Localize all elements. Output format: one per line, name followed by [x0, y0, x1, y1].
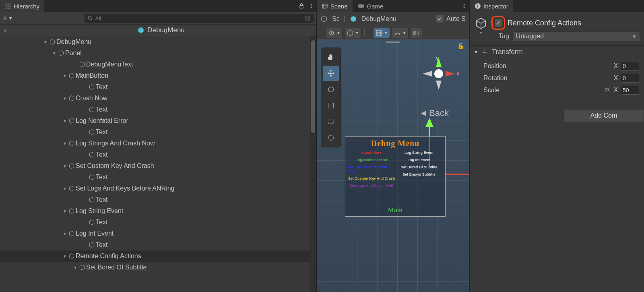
svg-point-19: [434, 69, 443, 78]
tree-row[interactable]: Log Int Event: [0, 228, 316, 239]
debug-item[interactable]: Log String Event: [405, 151, 433, 155]
inspector-tab[interactable]: i Inspector: [470, 0, 513, 12]
rect-tool[interactable]: [323, 114, 339, 129]
scene-icon: [322, 3, 328, 9]
component-header[interactable]: ▼ Transform: [470, 46, 644, 58]
expand-arrow-icon[interactable]: [62, 254, 68, 259]
tree-row[interactable]: MainButton: [0, 70, 316, 81]
expand-arrow-icon[interactable]: [62, 74, 68, 78]
scene-tab-label: Scene: [330, 3, 348, 10]
tree-row[interactable]: Text: [0, 194, 316, 205]
tree-row[interactable]: Text: [0, 126, 316, 138]
tree-row[interactable]: DebugMenu: [0, 36, 316, 48]
scale-tool[interactable]: [323, 98, 339, 113]
add-component-label: Add Com: [590, 112, 617, 119]
menu-icon[interactable]: [459, 1, 469, 11]
position-x-input[interactable]: [621, 62, 640, 70]
auto-save-toggle[interactable]: ✓ Auto S: [436, 15, 466, 23]
debug-item[interactable]: Log Int Event: [408, 158, 431, 162]
hierarchy-tab[interactable]: Hierarchy: [0, 0, 44, 12]
rotation-field: Rotation X: [474, 72, 640, 84]
expand-arrow-icon[interactable]: [62, 96, 68, 101]
debug-item[interactable]: Set Bored Of Subtitle: [401, 165, 438, 169]
tree-row[interactable]: Text: [0, 239, 316, 251]
cube-icon: [88, 173, 96, 181]
debug-item[interactable]: Set Logs And Keys - ANR: [350, 184, 394, 188]
transform-tool[interactable]: [323, 130, 339, 145]
inspector-header: ▼ ✓ Remote Config Actions Tag Untagged ▼: [470, 12, 644, 43]
create-dropdown[interactable]: + ▼: [2, 13, 13, 23]
debug-item[interactable]: Set Custom Key And Crash: [348, 176, 395, 180]
tree-row[interactable]: Text: [0, 149, 316, 160]
tree-row[interactable]: Text: [0, 172, 316, 183]
back-icon[interactable]: ‹: [4, 26, 6, 35]
game-tab[interactable]: Game: [353, 0, 388, 12]
lock-icon[interactable]: 🔓: [457, 43, 464, 49]
scale-x-input[interactable]: [621, 86, 640, 95]
debug-item[interactable]: Crash Now: [362, 151, 381, 155]
hand-tool[interactable]: [323, 50, 339, 65]
tree-row[interactable]: DebugMenuText: [0, 59, 316, 70]
scale-field: Scale ⧉ X: [474, 84, 640, 96]
tree-row[interactable]: Remote Config Actions: [0, 251, 316, 262]
scene-tab[interactable]: Scene: [317, 0, 353, 12]
orientation-gizmo[interactable]: y x: [421, 56, 457, 92]
tree-row[interactable]: Log Nonfatal Error: [0, 115, 316, 126]
move-tool[interactable]: [323, 66, 339, 81]
expand-arrow-icon[interactable]: [43, 40, 48, 44]
expand-arrow-icon[interactable]: [52, 51, 57, 56]
gameobject-name[interactable]: Remote Config Actions: [508, 19, 581, 27]
game-tab-label: Game: [367, 3, 384, 10]
link-icon[interactable]: ⧉: [605, 87, 609, 94]
lock-icon[interactable]: [297, 1, 306, 11]
hierarchy-search[interactable]: [85, 14, 314, 23]
scene-viewport[interactable]: 🔓 y x ◄ Back Debug: [317, 39, 469, 292]
rotate-tool[interactable]: [323, 82, 339, 97]
expand-arrow-icon[interactable]: [62, 186, 68, 191]
debug-item[interactable]: Log Nonfatal Error: [355, 158, 388, 162]
expand-icon[interactable]: [305, 15, 311, 21]
add-component-button[interactable]: Add Com: [564, 109, 644, 122]
expand-arrow-icon[interactable]: [62, 209, 68, 213]
dropdown-arrow-icon[interactable]: ▼: [479, 31, 483, 35]
tree-row[interactable]: Set Custom Key And Crash: [0, 160, 316, 172]
expand-arrow-icon[interactable]: [62, 164, 68, 168]
scrollbar-thumb[interactable]: [311, 40, 315, 133]
tree-row[interactable]: Log Strings And Crash Now: [0, 138, 316, 149]
expand-arrow-icon[interactable]: [62, 141, 68, 146]
tree-row[interactable]: Log String Event: [0, 205, 316, 217]
debug-item[interactable]: Set Enjoys Subtitle: [402, 172, 436, 176]
tree-row[interactable]: Crash Now: [0, 93, 316, 104]
tree-row[interactable]: Text: [0, 104, 316, 115]
tag-dropdown[interactable]: Untagged ▼: [512, 31, 640, 41]
expand-arrow-icon[interactable]: [62, 232, 68, 236]
tree-row[interactable]: Set Bored Of Subtitle: [0, 262, 316, 273]
grid-toggle[interactable]: ▼: [373, 28, 390, 38]
resize-handle-icon[interactable]: [386, 41, 400, 43]
draw-mode-dropdown[interactable]: ▼: [326, 28, 343, 38]
expand-arrow-icon[interactable]: [72, 265, 78, 270]
debug-main-button[interactable]: Main: [345, 207, 445, 214]
debug-menu-panel[interactable]: Debug Menu Crash Now Log Nonfatal Error …: [345, 136, 446, 217]
expand-arrow-icon[interactable]: [62, 119, 68, 123]
search-input[interactable]: [95, 15, 303, 21]
tree-row[interactable]: Text: [0, 81, 316, 93]
back-button[interactable]: ◄ Back: [419, 108, 449, 118]
render-mode-dropdown[interactable]: ▼: [344, 28, 361, 38]
expand-arrow-icon[interactable]: ▼: [474, 50, 478, 54]
menu-icon[interactable]: [306, 1, 316, 11]
cube-icon: [88, 196, 96, 204]
misc-tool[interactable]: [410, 28, 422, 38]
scrollbar[interactable]: [310, 36, 316, 292]
enabled-checkbox[interactable]: ✓: [494, 19, 502, 27]
rotation-x-input[interactable]: [621, 74, 640, 83]
position-field: Position X: [474, 60, 640, 72]
tree-row[interactable]: Text: [0, 217, 316, 228]
tree-row[interactable]: Set Logs And Keys Before ANRing: [0, 183, 316, 194]
breadcrumb-item[interactable]: DebugMenu: [10, 26, 312, 34]
cube-icon: [78, 263, 86, 271]
debug-item[interactable]: Log Strings And Crash Now: [348, 165, 395, 173]
tree-row[interactable]: Panel: [0, 48, 316, 59]
cube-icon: [48, 38, 56, 46]
snap-toggle[interactable]: ▼: [392, 28, 409, 38]
